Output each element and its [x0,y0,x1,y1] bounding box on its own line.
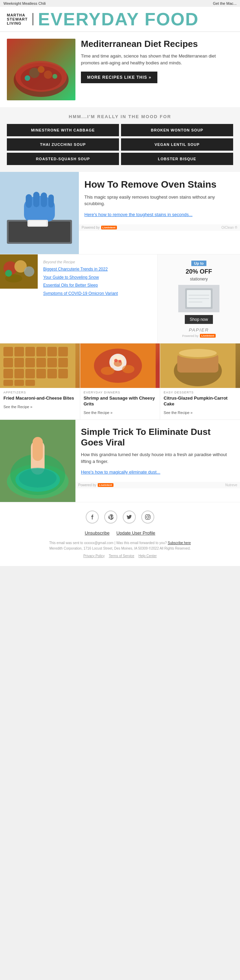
brand-line1: MARTHA [7,13,28,17]
svg-rect-45 [14,369,24,379]
dust-content-wrapper: Simple Trick To Eliminate Dust Goes Vira… [75,420,240,488]
svg-point-61 [122,365,134,373]
ad-liveintent: LiveIntent [200,334,216,337]
recipe-card-3: EASY DESSERTS Citrus-Glazed Pumpkin-Carr… [160,344,240,420]
dust-image [0,420,75,502]
dust-description: How this grandma turned her dusty house … [81,451,235,465]
hero-title: Mediterranean Diet Recipes [81,39,233,49]
ad-section: Up to 20% OFF stationery Shop now PAPIER… [158,255,240,343]
how-to-content: How To Remove Oven Stains This magic spr… [79,172,240,224]
footer-email-note: This email was sent to xxxxxx@gmail.com … [49,541,166,545]
recipe-card-1: APPETIZERS Fried Macaroni-and-Cheese Bit… [0,344,80,420]
how-to-powered-by: Powered by LiveIntent OiClean ® [79,224,240,231]
svg-rect-33 [14,347,24,356]
update-profile-link[interactable]: Update User Profile [116,530,155,536]
mood-grid: MINESTRONE WITH CABBAGE BROKEN WONTON SO… [7,124,233,165]
recipe-category-2: EVERYDAY DINNERS [84,391,157,394]
beyond-link-1[interactable]: Biggest Charcuterie Trends in 2022 [43,267,152,272]
mood-item-3[interactable]: THAI ZUCCHINI SOUP [7,138,119,151]
svg-rect-52 [26,380,35,386]
footer-legal: Privacy Policy Terms of Service Help Cen… [8,554,232,558]
beyond-link-3[interactable]: Essential Oils for Better Sleep [43,283,152,288]
svg-rect-46 [26,369,35,379]
hero-image [7,39,75,100]
instagram-icon[interactable] [141,511,154,523]
svg-rect-42 [47,358,57,368]
svg-point-22 [24,266,34,277]
svg-point-6 [25,75,30,81]
dust-powered-text: Powered by [78,483,96,487]
beyond-title: Beyond the Recipe [43,260,152,264]
dust-content: Simple Trick To Eliminate Dust Goes Vira… [75,420,240,482]
mood-item-5[interactable]: ROASTED-SQUASH SOUP [7,153,119,165]
pinterest-icon[interactable] [104,511,117,523]
svg-rect-38 [3,358,13,368]
hero-section: Mediterranean Diet Recipes Time and time… [0,32,240,107]
ad-category: stationery [163,277,235,282]
recipe-card-body-3: EASY DESSERTS Citrus-Glazed Pumpkin-Carr… [160,388,240,420]
dust-section: Simple Trick To Eliminate Dust Goes Vira… [0,420,240,502]
ad-badge: Up to [191,261,206,266]
privacy-policy-link[interactable]: Privacy Policy [83,554,104,558]
facebook-icon[interactable] [86,511,99,523]
footer-subscribe-link[interactable]: Subscribe here [168,541,190,545]
beyond-wrapper: Beyond the Recipe Biggest Charcuterie Tr… [0,255,158,343]
svg-rect-71 [33,437,43,461]
how-to-section: How To Remove Oven Stains This magic spr… [0,172,240,254]
top-bar-left[interactable]: Weeknight Meatless Chili [3,2,46,5]
unsubscribe-link[interactable]: Unsubscribe [85,530,109,536]
ad-powered-text: Powered by [182,334,198,337]
recipe-link-3[interactable]: See the Recipe » [163,410,192,415]
mood-item-4[interactable]: VEGAN LENTIL SOUP [121,138,233,151]
dust-powered-by: Powered by LiveIntent Nutreve [75,482,240,488]
recipe-card-image-1 [0,344,80,388]
mood-title: HMM...I'M REALLY IN THE MOOD FOR [7,114,233,119]
dust-title: Simple Trick To Eliminate Dust Goes Vira… [81,426,235,448]
how-to-title: How To Remove Oven Stains [84,179,235,190]
svg-point-24 [5,270,12,277]
mood-item-1[interactable]: MINESTRONE WITH CABBAGE [7,124,119,136]
site-title: EVERYDAY FOOD [38,10,199,28]
ad-shop-button[interactable]: Shop now [185,315,213,324]
mood-item-2[interactable]: BROKEN WONTON SOUP [121,124,233,136]
recipe-name-2: Shrimp and Sausage with Cheesy Grits [84,396,157,407]
svg-rect-32 [3,347,13,356]
terms-link[interactable]: Terms of Service [109,554,134,558]
recipe-name-1: Fried Macaroni-and-Cheese Bites [3,396,77,401]
ad-powered-by: Powered by LiveIntent [163,334,235,337]
beyond-link-2[interactable]: Your Guide to Shoveling Snow [43,275,152,280]
papier-ad-image [178,285,219,312]
liveintent-logo: LiveIntent [101,226,117,229]
recipe-card-body-2: EVERYDAY DINNERS Shrimp and Sausage with… [80,388,160,420]
dust-ad-label: Nutreve [225,483,237,487]
twitter-icon[interactable] [123,511,136,523]
svg-rect-16 [48,194,54,207]
recipe-card-image-2 [80,344,160,388]
help-center-link[interactable]: Help Center [139,554,157,558]
svg-point-59 [118,360,122,363]
svg-point-7 [53,74,57,79]
top-bar-right[interactable]: Get the Mac... [213,2,237,5]
svg-rect-48 [47,369,57,379]
mid-row: Beyond the Recipe Biggest Charcuterie Tr… [0,254,240,343]
charcuterie-image [0,255,38,289]
svg-point-73 [19,468,56,488]
svg-rect-35 [36,347,46,356]
svg-rect-41 [36,358,46,368]
hero-cta-button[interactable]: MORE RECIPES LIKE THIS » [81,72,157,83]
papier-brand: PAPIER [163,327,235,332]
beyond-link-4[interactable]: Symptoms of COVID-19 Omicron Variant [43,291,152,296]
brand-line3: LIVING [7,21,28,25]
how-to-link[interactable]: Here's how to remove the toughest stains… [84,212,192,217]
recipe-link-2[interactable]: See the Recipe » [84,410,112,415]
svg-rect-43 [58,358,68,368]
svg-rect-36 [47,347,57,356]
mood-item-6[interactable]: LOBSTER BISQUE [121,153,233,165]
hero-content: Mediterranean Diet Recipes Time and time… [81,39,233,83]
top-bar: Weeknight Meatless Chili Get the Mac... [0,0,240,7]
recipe-card-body-1: APPETIZERS Fried Macaroni-and-Cheese Bit… [0,388,80,414]
how-to-content-wrapper: How To Remove Oven Stains This magic spr… [79,172,240,231]
recipe-category-1: APPETIZERS [3,391,77,394]
dust-link[interactable]: Here's how to magically eliminate dust..… [81,469,160,474]
recipe-link-1[interactable]: See the Recipe » [3,405,32,409]
